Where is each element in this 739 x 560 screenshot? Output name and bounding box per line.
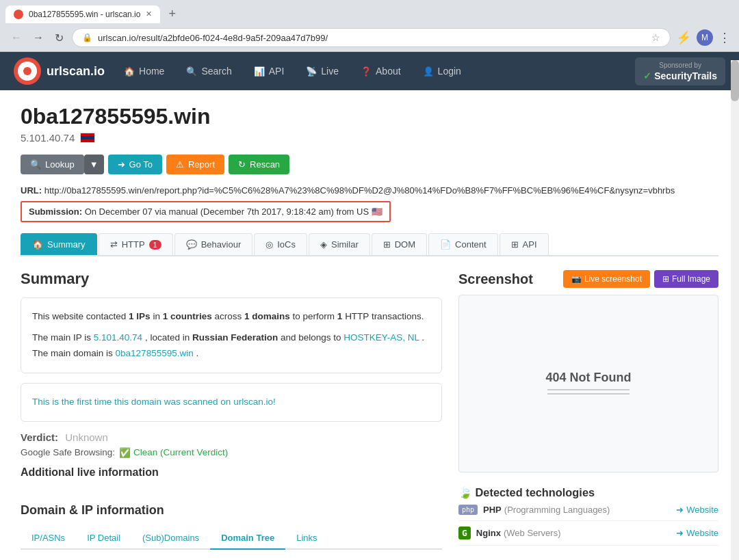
http-badge: 1 (149, 240, 161, 250)
first-scan-text: This is the first time this domain was s… (32, 397, 276, 407)
tech-item-php: php PHP (Programming Languages) ➜ Websit… (458, 499, 718, 521)
domains-count: 1 domains (244, 311, 290, 321)
sponsored-box: Sponsored by ✓ SecurityTrails (635, 57, 725, 85)
forward-button[interactable]: → (30, 29, 47, 46)
tab-dom[interactable]: ⊞ DOM (372, 233, 427, 255)
asn-link[interactable]: HOSTKEY-AS, NL (343, 332, 419, 343)
error-title: 404 Not Found (546, 371, 632, 385)
domain-link[interactable]: 0ba127855595.win (116, 348, 194, 358)
nginx-website-link[interactable]: ➜ Website (676, 528, 718, 538)
live-screenshot-button[interactable]: 📷 Live screenshot (563, 270, 650, 288)
navbar: urlscan.io 🏠 Home 🔍 Search 📊 API 📡 Live … (0, 52, 739, 90)
scrollbar-track[interactable] (731, 60, 739, 560)
countries-count: 1 countries (163, 311, 212, 321)
contact-text: This website contacted (32, 311, 126, 321)
wifi-icon: 📡 (306, 66, 317, 77)
expand-icon: ⊞ (662, 274, 669, 284)
tech-item-nginx: G Nginx (Web Servers) ➜ Website (458, 521, 718, 546)
nav-api-label: API (269, 66, 285, 77)
menu-icon[interactable]: ⋮ (718, 30, 731, 45)
tab-content[interactable]: 📄 Content (428, 233, 498, 255)
screenshot-actions: 📷 Live screenshot ⊞ Full Image (563, 270, 718, 288)
check-circle-icon: ✅ (119, 447, 131, 458)
new-tab-button[interactable]: + (163, 4, 181, 24)
logo-icon (14, 57, 41, 85)
arrow-icon: ➜ (118, 159, 125, 170)
nav-search[interactable]: 🔍 Search (177, 60, 241, 82)
domain-tab-subdomains[interactable]: (Sub)Domains (131, 527, 210, 550)
home-icon: 🏠 (32, 239, 43, 250)
similar-icon: ◈ (320, 239, 327, 250)
check-icon: ✓ (643, 70, 651, 81)
tab-similar[interactable]: ◈ Similar (309, 233, 370, 255)
chart-icon: 📊 (254, 66, 265, 77)
submission-value: On December 07 via manual (December 7th … (85, 206, 369, 217)
home-icon: 🏠 (124, 66, 135, 77)
domain-tab-ipdetail[interactable]: IP Detail (76, 527, 131, 550)
screenshot-frame: 404 Not Found (458, 295, 718, 472)
address-bar[interactable]: 🔒 urlscan.io/result/a2bfde06-f024-4e8d-9… (72, 28, 671, 47)
right-column: Screenshot 📷 Live screenshot ⊞ Full Imag… (458, 270, 718, 550)
tab-favicon (14, 10, 23, 19)
tab-http[interactable]: ⇄ HTTP 1 (99, 233, 173, 255)
summary-heading: Summary (21, 270, 442, 288)
goto-button[interactable]: ➜ Go To (108, 155, 162, 174)
profile-icon[interactable]: M (697, 29, 713, 46)
browser-tab[interactable]: 0ba127855595.win - urlscan.io ✕ (5, 5, 160, 23)
domain-tabs: IP/ASNs IP Detail (Sub)Domains Domain Tr… (21, 527, 442, 550)
tab-close-button[interactable]: ✕ (146, 10, 152, 18)
lock-icon: 🔒 (82, 33, 92, 42)
domain-tab-ipasns[interactable]: IP/ASNs (21, 527, 76, 550)
nav-live[interactable]: 📡 Live (296, 60, 348, 82)
rescan-button[interactable]: ↻ Rescan (229, 155, 289, 174)
scrollbar-thumb[interactable] (731, 60, 739, 101)
url-label: URL: (21, 185, 42, 196)
url-info: URL: http://0ba127855595.win/en/report.p… (21, 185, 718, 196)
dom-icon: ⊞ (383, 239, 391, 250)
http-icon: ⇄ (110, 239, 118, 250)
nav-home[interactable]: 🏠 Home (114, 60, 174, 82)
logo[interactable]: urlscan.io (14, 57, 105, 85)
content-icon: 📄 (440, 239, 451, 250)
refresh-button[interactable]: ↻ (52, 29, 66, 47)
brand-name: ✓ SecurityTrails (643, 70, 717, 81)
nav-about-label: About (376, 66, 401, 77)
domain-tab-links[interactable]: Links (285, 527, 328, 550)
ips-count: 1 IPs (129, 311, 151, 321)
php-name: PHP (483, 505, 502, 515)
php-website-link[interactable]: ➜ Website (676, 505, 718, 515)
nav-login[interactable]: 👤 Login (413, 60, 471, 82)
full-image-button[interactable]: ⊞ Full Image (654, 270, 718, 288)
tab-api[interactable]: ⊞ API (500, 233, 549, 255)
error-line-1 (547, 389, 630, 390)
content-grid: Summary This website contacted 1 IPs in … (21, 270, 718, 550)
back-button[interactable]: ← (8, 29, 25, 46)
nav-api[interactable]: 📊 API (244, 60, 294, 82)
arrow-icon: ➜ (676, 528, 684, 538)
tech-heading: 🍃 Detected technologies (458, 486, 718, 499)
report-button[interactable]: ⚠ Report (166, 155, 224, 174)
tab-behaviour[interactable]: 💬 Behaviour (174, 233, 253, 255)
submission-label: Submission: (29, 206, 82, 217)
us-flag: 🇺🇸 (372, 206, 383, 217)
user-icon: 👤 (423, 66, 434, 77)
summary-box: This website contacted 1 IPs in 1 countr… (21, 297, 442, 373)
ip-line: 5.101.40.74 (21, 132, 718, 144)
lookup-dropdown-button[interactable]: ▼ (84, 155, 104, 174)
logo-inner (18, 62, 37, 81)
main-ip-link[interactable]: 5.101.40.74 (94, 332, 142, 343)
lookup-button[interactable]: 🔍 Lookup (21, 155, 84, 174)
tab-iocs[interactable]: ◎ IoCs (254, 233, 307, 255)
bookmark-icon[interactable]: ☆ (651, 32, 660, 43)
nav-about[interactable]: ❓ About (351, 60, 411, 82)
info-icon: ❓ (361, 66, 372, 77)
sponsored-label: Sponsored by (659, 62, 701, 69)
extensions-icon[interactable]: ⚡ (676, 30, 691, 45)
nav-live-label: Live (321, 66, 339, 77)
screenshot-header: Screenshot 📷 Live screenshot ⊞ Full Imag… (458, 270, 718, 288)
tab-summary[interactable]: 🏠 Summary (21, 233, 97, 255)
ip-address: 5.101.40.74 (21, 132, 75, 144)
screenshot-placeholder: 404 Not Found (546, 371, 632, 397)
domain-tab-domaintree[interactable]: Domain Tree (210, 527, 285, 550)
nav-login-label: Login (438, 66, 461, 77)
